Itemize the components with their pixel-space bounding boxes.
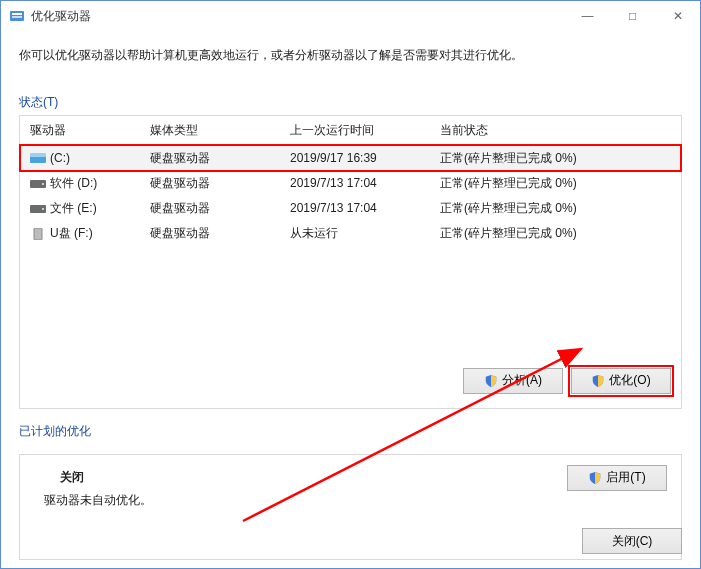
- svg-rect-4: [30, 153, 46, 157]
- scheduled-section-label: 已计划的优化: [19, 423, 682, 440]
- analyze-label: 分析(A): [502, 372, 542, 389]
- col-header-media[interactable]: 媒体类型: [140, 116, 280, 146]
- table-row[interactable]: (C:)硬盘驱动器2019/9/17 16:39正常(碎片整理已完成 0%): [20, 145, 681, 171]
- optimize-label: 优化(O): [609, 372, 650, 389]
- current-status: 正常(碎片整理已完成 0%): [430, 171, 681, 196]
- svg-point-8: [42, 208, 44, 210]
- shield-icon: [591, 374, 605, 388]
- col-header-status[interactable]: 当前状态: [430, 116, 681, 146]
- drives-table: 驱动器 媒体类型 上一次运行时间 当前状态 (C:)硬盘驱动器2019/9/17…: [20, 116, 681, 246]
- drive-icon: [30, 228, 46, 240]
- drive-name: 软件 (D:): [50, 176, 97, 190]
- table-row[interactable]: 软件 (D:)硬盘驱动器2019/7/13 17:04正常(碎片整理已完成 0%…: [20, 171, 681, 196]
- drive-name: U盘 (F:): [50, 226, 93, 240]
- svg-rect-3: [30, 156, 46, 163]
- maximize-button[interactable]: □: [610, 1, 655, 31]
- last-run: 2019/9/17 16:39: [280, 145, 430, 171]
- media-type: 硬盘驱动器: [140, 171, 280, 196]
- svg-point-6: [42, 183, 44, 185]
- drive-name: (C:): [50, 151, 70, 165]
- svg-rect-9: [34, 228, 42, 240]
- last-run: 2019/7/13 17:04: [280, 196, 430, 221]
- current-status: 正常(碎片整理已完成 0%): [430, 221, 681, 246]
- current-status: 正常(碎片整理已完成 0%): [430, 145, 681, 171]
- media-type: 硬盘驱动器: [140, 145, 280, 171]
- media-type: 硬盘驱动器: [140, 196, 280, 221]
- intro-text: 你可以优化驱动器以帮助计算机更高效地运行，或者分析驱动器以了解是否需要对其进行优…: [19, 47, 682, 64]
- svg-rect-1: [12, 13, 22, 15]
- scheduled-desc: 驱动器未自动优化。: [44, 492, 667, 509]
- drive-name: 文件 (E:): [50, 201, 97, 215]
- minimize-button[interactable]: —: [565, 1, 610, 31]
- analyze-button[interactable]: 分析(A): [463, 368, 563, 394]
- last-run: 2019/7/13 17:04: [280, 171, 430, 196]
- col-header-drive[interactable]: 驱动器: [20, 116, 140, 146]
- close-button[interactable]: 关闭(C): [582, 528, 682, 554]
- last-run: 从未运行: [280, 221, 430, 246]
- enable-schedule-button[interactable]: 启用(T): [567, 465, 667, 491]
- table-row[interactable]: U盘 (F:)硬盘驱动器从未运行正常(碎片整理已完成 0%): [20, 221, 681, 246]
- drive-icon: [30, 178, 46, 190]
- drives-groupbox: 驱动器 媒体类型 上一次运行时间 当前状态 (C:)硬盘驱动器2019/9/17…: [19, 115, 682, 409]
- shield-icon: [484, 374, 498, 388]
- app-icon: [9, 8, 25, 24]
- window-title: 优化驱动器: [31, 8, 565, 25]
- close-window-button[interactable]: ✕: [655, 1, 700, 31]
- drive-icon: [30, 203, 46, 215]
- drive-icon: [30, 153, 46, 165]
- status-section-label: 状态(T): [19, 94, 682, 111]
- col-header-last-run[interactable]: 上一次运行时间: [280, 116, 430, 146]
- close-label: 关闭(C): [612, 533, 653, 550]
- current-status: 正常(碎片整理已完成 0%): [430, 196, 681, 221]
- titlebar: 优化驱动器 — □ ✕: [1, 1, 700, 31]
- shield-icon: [588, 471, 602, 485]
- enable-label: 启用(T): [606, 469, 645, 486]
- media-type: 硬盘驱动器: [140, 221, 280, 246]
- table-row[interactable]: 文件 (E:)硬盘驱动器2019/7/13 17:04正常(碎片整理已完成 0%…: [20, 196, 681, 221]
- svg-rect-2: [12, 16, 22, 18]
- optimize-button[interactable]: 优化(O): [571, 368, 671, 394]
